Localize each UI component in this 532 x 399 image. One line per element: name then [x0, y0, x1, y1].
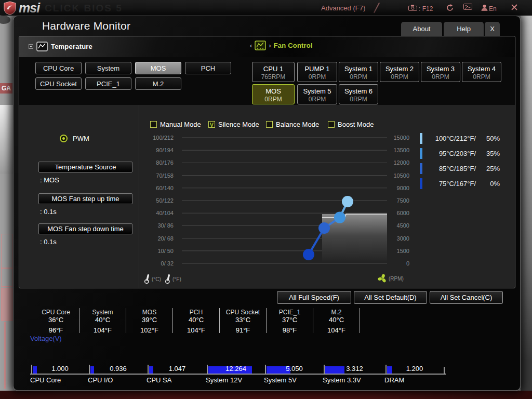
- temp-readout-fahrenheit: 104°F: [173, 326, 219, 334]
- temp-source-button-cpu-core[interactable]: CPU Core: [35, 62, 82, 74]
- fan-button-cpu-1[interactable]: CPU 1765RPM: [252, 62, 295, 82]
- mode-label: Boost Mode: [338, 121, 374, 128]
- fahrenheit-axis-unit: (°F): [165, 274, 181, 284]
- fan-button-system-2[interactable]: System 20RPM: [380, 62, 419, 82]
- fan-zone-highlight: [322, 214, 387, 262]
- checkbox-icon[interactable]: V: [208, 121, 215, 128]
- fan-curve-point-75c[interactable]: [303, 249, 314, 260]
- left-axis-tick: 10/ 50: [157, 248, 174, 254]
- user-language-icon[interactable]: [481, 4, 488, 11]
- temperature-section-label: Temperature: [51, 43, 92, 50]
- dialog-close-button[interactable]: X: [485, 22, 500, 36]
- checkbox-icon[interactable]: [150, 121, 157, 128]
- rpm-axis-label: (RPM): [389, 276, 404, 282]
- fan-button-name: PUMP 1: [304, 65, 329, 73]
- temp-source-button-pch[interactable]: PCH: [185, 62, 231, 74]
- voltage-value: 1.200: [385, 365, 444, 373]
- action-button-all-set-default-d-[interactable]: All Set Default(D): [354, 291, 427, 304]
- fan-curve-point-85c[interactable]: [318, 222, 330, 234]
- temp-source-button-m-2[interactable]: M.2: [135, 77, 181, 90]
- fan-button-mos[interactable]: MOS0RPM: [252, 84, 295, 104]
- screen: msi CLICK BIOS 5 Advanced (F7) : F12 En …: [0, 0, 532, 399]
- right-axis-tick: 10500: [393, 172, 409, 179]
- temp-readout-fahrenheit: 104°F: [313, 326, 360, 334]
- fan-button-name: CPU 1: [263, 65, 283, 73]
- next-section-arrow[interactable]: ›: [269, 42, 271, 49]
- legend-color-chip: [420, 133, 422, 144]
- mode-label: Silence Mode: [218, 121, 259, 128]
- voltage-label: CPU SA: [147, 376, 171, 384]
- temp-readout-celsius: 39°C: [126, 316, 172, 324]
- fan-button-system-3[interactable]: System 30RPM: [421, 62, 460, 82]
- about-button[interactable]: About: [401, 22, 442, 36]
- temp-source-button-pcie-1[interactable]: PCIE_1: [85, 77, 131, 90]
- fan-step-down-field-button[interactable]: MOS Fan step down time: [38, 223, 132, 234]
- action-button-all-set-cancel-c-[interactable]: All Set Cancel(C): [430, 291, 503, 304]
- refresh-icon[interactable]: [446, 4, 454, 12]
- fan-button-rpm: 0RPM: [339, 96, 378, 103]
- click-bios-label: CLICK BIOS 5: [45, 3, 123, 14]
- fan-step-up-field-button[interactable]: MOS Fan step up time: [38, 193, 132, 204]
- checkbox-icon[interactable]: [328, 121, 335, 128]
- legend-duty-value: 0%: [476, 180, 500, 188]
- pwm-radio[interactable]: PWM: [60, 135, 89, 142]
- temp-readout-name: CPU Core: [33, 309, 79, 316]
- bios-close-icon[interactable]: [511, 4, 518, 11]
- temp-source-button-cpu-socket[interactable]: CPU Socket: [35, 77, 82, 90]
- fan-curve-point-100c[interactable]: [342, 196, 353, 207]
- mode-checkbox-manual-mode[interactable]: Manual Mode: [150, 121, 201, 128]
- collapse-box-icon[interactable]: [29, 44, 33, 49]
- screenshot-icon[interactable]: [463, 4, 472, 11]
- left-axis-tick: 50/122: [156, 197, 174, 204]
- temp-readout-fahrenheit: 98°F: [267, 326, 313, 334]
- fan-curve-point-95c[interactable]: [334, 212, 345, 223]
- temp-readout-fahrenheit: 91°F: [220, 326, 266, 334]
- fan-button-name: System 1: [344, 65, 373, 73]
- temperature-source-field-button[interactable]: Temperature Source: [38, 162, 132, 172]
- fan-control-chart-icon: [255, 41, 266, 50]
- mode-checkbox-boost-mode[interactable]: Boost Mode: [328, 121, 374, 128]
- voltage-label: DRAM: [384, 376, 404, 384]
- checkbox-icon[interactable]: [266, 121, 273, 128]
- language-label[interactable]: En: [489, 5, 497, 12]
- panel-body: PWM Temperature Source : MOS MOS Fan ste…: [19, 105, 515, 288]
- left-axis-tick: 100/212: [153, 135, 174, 141]
- action-button-all-full-speed-f-[interactable]: All Full Speed(F): [277, 291, 351, 304]
- advanced-mode-label[interactable]: Advanced (F7): [321, 4, 365, 12]
- mode-checkbox-silence-mode[interactable]: VSilence Mode: [208, 121, 259, 128]
- voltage-value: 3.312: [324, 365, 385, 373]
- left-axis-tick: 30/ 86: [157, 222, 174, 229]
- right-axis-tick: 13500: [393, 147, 409, 153]
- fan-button-system-4[interactable]: System 40RPM: [462, 62, 501, 82]
- fan-button-system-5[interactable]: System 50RPM: [297, 84, 337, 104]
- legend-temp-label: 100°C/212°F/: [427, 135, 476, 142]
- fan-button-name: System 6: [344, 87, 373, 95]
- background-shape: [1, 234, 13, 268]
- mode-checkbox-balance-mode[interactable]: Balance Mode: [266, 121, 319, 128]
- voltage-label: System 5V: [264, 376, 297, 384]
- prev-section-arrow[interactable]: ‹: [250, 42, 252, 49]
- fan-button-pump-1[interactable]: PUMP 10RPM: [297, 62, 337, 82]
- temp-source-button-system[interactable]: System: [85, 62, 131, 74]
- pwm-radio-icon[interactable]: [60, 135, 68, 142]
- legend-temp-label: 75°C/167°F/: [427, 180, 476, 188]
- fan-button-system-1[interactable]: System 10RPM: [339, 62, 378, 82]
- temp-readout-pcie-1: PCIE_137°C98°F: [267, 308, 313, 333]
- background-page-right: [521, 16, 532, 391]
- fan-button-rpm: 0RPM: [421, 73, 460, 81]
- msi-wordmark: msi: [19, 1, 39, 16]
- legend-temp-label: 85°C/185°F/: [427, 165, 476, 172]
- right-axis-tick: 6000: [397, 210, 409, 216]
- fan-curve-chart[interactable]: 100/2121500090/1941350080/1761200070/158…: [141, 130, 414, 271]
- fan-button-rpm: 0RPM: [252, 96, 294, 103]
- legend-duty-value: 25%: [476, 165, 500, 172]
- fan-action-buttons: All Full Speed(F)All Set Default(D)All S…: [277, 291, 503, 304]
- left-axis-tick: 80/176: [156, 159, 174, 166]
- fahrenheit-axis-label: (°F): [172, 276, 181, 282]
- right-axis-tick: 12000: [393, 159, 409, 166]
- fan-button-system-6[interactable]: System 60RPM: [339, 84, 378, 104]
- help-button[interactable]: Help: [444, 22, 484, 36]
- fan-button-rpm: 0RPM: [380, 73, 419, 81]
- temp-source-button-mos[interactable]: MOS: [135, 62, 181, 74]
- msi-shield-logo-icon: [3, 1, 17, 15]
